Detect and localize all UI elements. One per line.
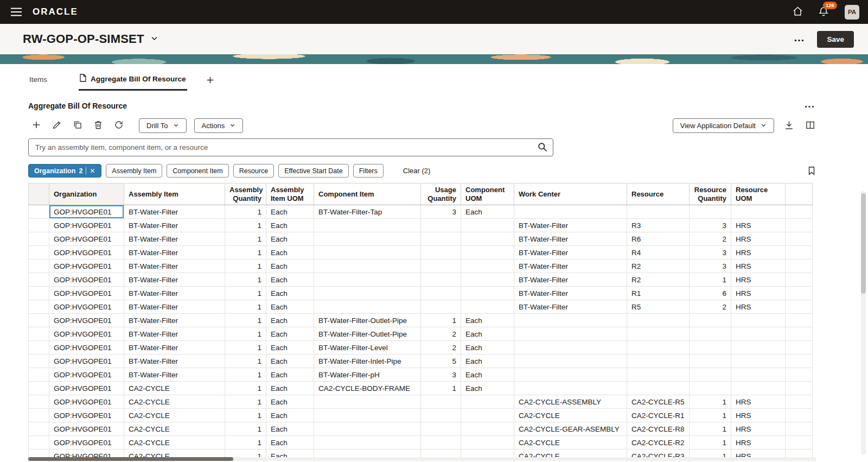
cell-work-center[interactable] <box>514 368 627 382</box>
cell-component-item[interactable]: BT-Water-Filter-Outlet-Pipe <box>314 327 421 341</box>
horizontal-scrollbar[interactable] <box>28 457 816 461</box>
cell-organization[interactable]: GOP:HVGOPE01 <box>49 395 124 409</box>
cell-resource[interactable] <box>627 355 690 368</box>
cell-assembly-item[interactable]: CA2-CYCLE <box>124 382 225 395</box>
cell-assembly-item[interactable]: BT-Water-Filter <box>124 260 225 273</box>
filter-chip-component-item[interactable]: Component Item <box>167 164 228 178</box>
cell-work-center[interactable]: CA2-CYCLE <box>514 436 627 450</box>
cell-organization[interactable]: GOP:HVGOPE01 <box>49 355 124 368</box>
tab-items[interactable]: Items <box>28 72 48 91</box>
row-gutter[interactable] <box>29 287 49 300</box>
cell-organization[interactable]: GOP:HVGOPE01 <box>49 232 124 246</box>
cell-assembly-item-uom[interactable]: Each <box>266 382 314 395</box>
cell-assembly-quantity[interactable]: 1 <box>225 422 266 436</box>
cell-component-item[interactable]: BT-Water-Filter-Tap <box>314 205 421 219</box>
cell-component-item[interactable] <box>314 436 421 450</box>
cell-component-uom[interactable] <box>461 273 514 287</box>
cell-assembly-item[interactable]: CA2-CYCLE <box>124 436 225 450</box>
row-gutter[interactable] <box>29 260 49 273</box>
cell-resource[interactable]: R6 <box>627 232 690 246</box>
cell-component-uom[interactable]: Each <box>461 368 514 382</box>
cell-usage-quantity[interactable]: 3 <box>421 205 461 219</box>
home-button[interactable] <box>788 3 807 21</box>
clear-filters-link[interactable]: Clear (2) <box>403 167 431 175</box>
cell-resource[interactable] <box>627 205 690 219</box>
row-gutter[interactable] <box>29 314 49 327</box>
duplicate-button[interactable] <box>69 119 86 133</box>
cell-assembly-item-uom[interactable]: Each <box>266 355 314 368</box>
cell-resource[interactable] <box>627 327 690 341</box>
cell-work-center[interactable]: CA2-CYCLE-ASSEMBLY <box>514 395 627 409</box>
cell-component-uom[interactable] <box>461 246 514 260</box>
cell-resource-uom[interactable]: HRS <box>731 260 786 273</box>
cell-usage-quantity[interactable]: 1 <box>421 382 461 395</box>
notifications-button[interactable]: 126 <box>814 3 833 21</box>
cell-resource-uom[interactable]: HRS <box>731 232 786 246</box>
cell-assembly-item-uom[interactable]: Each <box>266 205 314 219</box>
cell-component-item[interactable] <box>314 232 421 246</box>
cell-organization[interactable]: GOP:HVGOPE01 <box>49 409 124 422</box>
cell-component-item[interactable] <box>314 219 421 232</box>
cell-assembly-item-uom[interactable]: Each <box>266 395 314 409</box>
cell-organization[interactable]: GOP:HVGOPE01 <box>49 205 124 219</box>
column-header-work-center[interactable]: Work Center <box>514 183 627 205</box>
cell-assembly-item-uom[interactable]: Each <box>266 273 314 287</box>
cell-work-center[interactable] <box>514 341 627 355</box>
cell-component-uom[interactable]: Each <box>461 341 514 355</box>
actions-button[interactable]: Actions <box>194 118 244 133</box>
cell-resource-quantity[interactable] <box>690 368 731 382</box>
cell-component-item[interactable]: BT-Water-Filter-Inlet-Pipe <box>314 355 421 368</box>
column-header-component-item[interactable]: Component Item <box>314 183 421 205</box>
section-overflow-button[interactable] <box>802 99 816 112</box>
cell-assembly-quantity[interactable]: 1 <box>225 300 266 314</box>
cell-resource-quantity[interactable] <box>690 314 731 327</box>
cell-resource[interactable] <box>627 314 690 327</box>
cell-resource-quantity[interactable]: 1 <box>690 422 731 436</box>
cell-assembly-quantity[interactable]: 1 <box>225 382 266 395</box>
cell-assembly-item[interactable]: BT-Water-Filter <box>124 300 225 314</box>
cell-resource[interactable]: R2 <box>627 260 690 273</box>
cell-resource-quantity[interactable] <box>690 382 731 395</box>
cell-assembly-item[interactable]: BT-Water-Filter <box>124 273 225 287</box>
columns-panel-button[interactable] <box>804 119 816 133</box>
edit-button[interactable] <box>49 119 65 133</box>
cell-assembly-quantity[interactable]: 1 <box>225 409 266 422</box>
cell-assembly-item-uom[interactable]: Each <box>266 219 314 232</box>
add-row-button[interactable] <box>28 119 44 133</box>
row-gutter[interactable] <box>29 246 49 260</box>
cell-resource-uom[interactable]: HRS <box>731 422 786 436</box>
add-tab-button[interactable] <box>203 73 217 91</box>
cell-usage-quantity[interactable] <box>421 232 461 246</box>
cell-assembly-quantity[interactable]: 1 <box>225 436 266 450</box>
filter-chip-assembly-item[interactable]: Assembly Item <box>106 164 162 178</box>
cell-work-center[interactable] <box>514 314 627 327</box>
cell-resource-quantity[interactable]: 1 <box>690 436 731 450</box>
cell-component-item[interactable] <box>314 409 421 422</box>
column-header-component-uom[interactable]: Component UOM <box>461 183 514 205</box>
cell-work-center[interactable]: BT-Water-Filter <box>514 287 627 300</box>
cell-assembly-quantity[interactable]: 1 <box>225 232 266 246</box>
cell-resource-uom[interactable] <box>731 341 786 355</box>
cell-resource-quantity[interactable]: 3 <box>690 246 731 260</box>
cell-usage-quantity[interactable]: 3 <box>421 368 461 382</box>
cell-assembly-item[interactable]: BT-Water-Filter <box>124 355 225 368</box>
cell-work-center[interactable]: CA2-CYCLE <box>514 409 627 422</box>
cell-component-uom[interactable] <box>461 436 514 450</box>
cell-organization[interactable]: GOP:HVGOPE01 <box>49 260 124 273</box>
row-gutter[interactable] <box>29 232 49 246</box>
cell-work-center[interactable] <box>514 205 627 219</box>
column-header-resource-uom[interactable]: Resource UOM <box>731 183 786 205</box>
cell-resource-uom[interactable]: HRS <box>731 246 786 260</box>
cell-assembly-item[interactable]: BT-Water-Filter <box>124 205 225 219</box>
cell-component-item[interactable]: BT-Water-Filter-Outlet-Pipe <box>314 314 421 327</box>
cell-resource-uom[interactable]: HRS <box>731 436 786 450</box>
cell-resource[interactable]: CA2-CYCLE-R1 <box>627 409 690 422</box>
cell-resource-quantity[interactable]: 6 <box>690 287 731 300</box>
cell-resource-uom[interactable]: HRS <box>731 395 786 409</box>
cell-assembly-item[interactable]: BT-Water-Filter <box>124 232 225 246</box>
view-selector-button[interactable]: View Application Default <box>673 118 774 133</box>
cell-usage-quantity[interactable]: 5 <box>421 355 461 368</box>
column-header-assembly-item-uom[interactable]: Assembly Item UOM <box>266 183 314 205</box>
cell-assembly-quantity[interactable]: 1 <box>225 355 266 368</box>
cell-assembly-item[interactable]: BT-Water-Filter <box>124 287 225 300</box>
